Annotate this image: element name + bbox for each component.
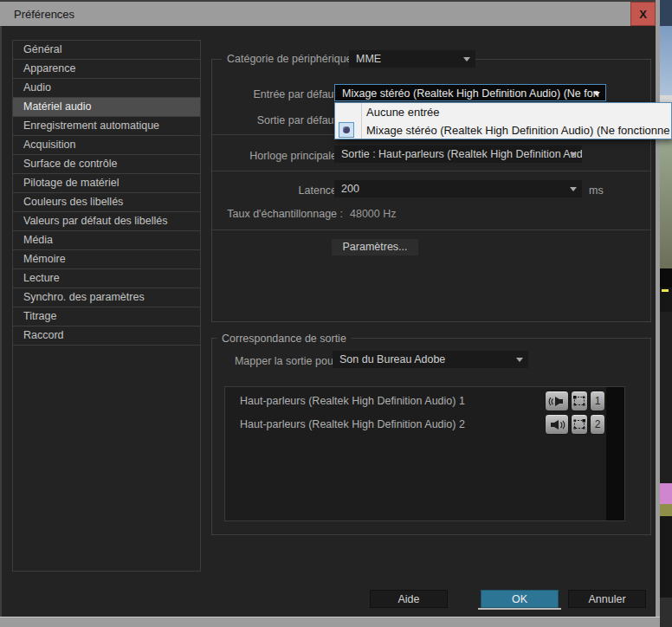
default-input-dropdown-popup: Aucune entrée Mixage stéréo (Realtek Hig… bbox=[334, 102, 672, 139]
sidebar-item-materiel-audio[interactable]: Matériel audio bbox=[13, 98, 200, 117]
close-icon: X bbox=[639, 8, 647, 21]
selected-option-indicator bbox=[339, 122, 354, 138]
chevron-down-icon bbox=[570, 152, 577, 157]
background-dark bbox=[660, 516, 672, 598]
chevron-down-icon bbox=[463, 57, 470, 61]
device-class-label: Catégorie de périphérique : bbox=[222, 52, 364, 66]
device-name: Haut-parleurs (Realtek High Definition A… bbox=[240, 394, 465, 408]
help-button[interactable]: Aide bbox=[370, 590, 448, 608]
app-background-strip bbox=[660, 0, 672, 627]
sidebar-item-synchro-parametres[interactable]: Synchro. des paramètres bbox=[13, 288, 200, 307]
map-output-label: Mapper la sortie pour : bbox=[211, 354, 343, 368]
channel-number: 1 bbox=[595, 395, 601, 407]
default-output-label: Sortie par défaut : bbox=[211, 113, 343, 127]
background-photo-top bbox=[660, 0, 672, 26]
background-photo-sky bbox=[660, 26, 672, 95]
separator bbox=[212, 171, 650, 171]
device-class-value: MME bbox=[356, 53, 381, 65]
settings-button[interactable]: Paramètres... bbox=[332, 239, 418, 255]
list-scrollbar[interactable] bbox=[606, 387, 624, 520]
sidebar-item-titrage[interactable]: Titrage bbox=[13, 307, 200, 326]
channel-map-button[interactable] bbox=[571, 391, 588, 411]
preferences-dialog-screen: Préférences X Général Apparence Audio Ma… bbox=[0, 0, 672, 627]
master-clock-value: Sortie : Haut-parleurs (Realtek High Def… bbox=[341, 148, 582, 160]
sidebar-item-apparence[interactable]: Apparence bbox=[13, 60, 200, 79]
chevron-down-icon bbox=[593, 92, 600, 96]
sidebar-item-raccord[interactable]: Raccord bbox=[13, 326, 200, 346]
sample-rate-label: Taux d'échantillonnage : bbox=[211, 207, 343, 221]
default-input-select[interactable]: Mixage stéréo (Realtek High Definition A… bbox=[334, 84, 606, 101]
close-button[interactable]: X bbox=[630, 2, 656, 26]
sidebar-item-enregistrement-automatique[interactable]: Enregistrement automatique bbox=[13, 117, 200, 136]
title-bar[interactable]: Préférences bbox=[0, 0, 660, 26]
background-bottom bbox=[660, 598, 672, 627]
chevron-down-icon bbox=[570, 187, 577, 191]
latency-value: 200 bbox=[341, 183, 359, 195]
channel-number-button[interactable]: 1 bbox=[590, 391, 605, 411]
latency-label: Latence : bbox=[211, 184, 343, 197]
sidebar-item-audio[interactable]: Audio bbox=[13, 79, 200, 98]
preferences-category-list: Général Apparence Audio Matériel audio E… bbox=[12, 40, 201, 572]
master-clock-label: Horloge principale : bbox=[211, 149, 343, 163]
sidebar-item-lecture[interactable]: Lecture bbox=[13, 269, 200, 288]
sidebar-item-surface-de-controle[interactable]: Surface de contrôle bbox=[13, 155, 200, 174]
default-input-label: Entrée par défaut : bbox=[211, 87, 343, 101]
speaker-left-button[interactable] bbox=[545, 391, 569, 411]
ok-button[interactable]: OK bbox=[481, 590, 559, 608]
background-clip-olive bbox=[660, 504, 672, 516]
sidebar-item-general[interactable]: Général bbox=[13, 41, 200, 60]
speaker-left-icon bbox=[548, 396, 565, 407]
window-title: Préférences bbox=[14, 2, 74, 28]
latency-unit: ms bbox=[589, 184, 604, 197]
sidebar-item-media[interactable]: Média bbox=[13, 231, 200, 250]
sidebar-item-couleurs-des-libelles[interactable]: Couleurs des libellés bbox=[13, 193, 200, 212]
background-yellow-marker bbox=[662, 289, 669, 292]
channel-number: 2 bbox=[595, 418, 601, 430]
master-clock-select[interactable]: Sortie : Haut-parleurs (Realtek High Def… bbox=[334, 145, 582, 163]
sample-rate-value: 48000 Hz bbox=[350, 207, 397, 221]
background-panel bbox=[660, 312, 672, 483]
output-device-list[interactable]: Haut-parleurs (Realtek High Definition A… bbox=[224, 386, 625, 521]
speaker-right-button[interactable] bbox=[545, 414, 569, 435]
window-frame-right bbox=[656, 0, 660, 627]
background-panel-dark bbox=[660, 268, 672, 288]
latency-select[interactable]: 200 bbox=[334, 180, 582, 197]
cancel-button[interactable]: Annuler bbox=[568, 590, 646, 608]
sidebar-item-valeurs-par-defaut[interactable]: Valeurs par défaut des libellés bbox=[13, 212, 200, 231]
output-mapping-legend: Correspondance de sortie bbox=[216, 332, 352, 346]
sidebar-item-memoire[interactable]: Mémoire bbox=[13, 250, 200, 269]
device-name: Haut-parleurs (Realtek High Definition A… bbox=[240, 417, 465, 431]
map-output-value: Son du Bureau Adobe bbox=[339, 353, 445, 365]
radio-dot-icon bbox=[343, 126, 350, 133]
map-output-select[interactable]: Son du Bureau Adobe bbox=[333, 351, 528, 368]
background-photo-cliffs bbox=[660, 139, 672, 268]
separator bbox=[212, 229, 650, 230]
popup-option-aucune-entree[interactable]: Aucune entrée bbox=[335, 103, 671, 121]
channel-number-button[interactable]: 2 bbox=[590, 414, 605, 435]
chevron-down-icon bbox=[516, 358, 523, 362]
popup-option-mixage-stereo[interactable]: Mixage stéréo (Realtek High Definition A… bbox=[335, 121, 671, 139]
sidebar-item-acquisition[interactable]: Acquisition bbox=[13, 136, 200, 155]
device-class-select[interactable]: MME bbox=[349, 50, 475, 68]
ok-focus-underline bbox=[478, 608, 561, 610]
background-clip-pink bbox=[660, 483, 672, 504]
window-frame-bottom bbox=[0, 617, 660, 627]
channel-map-button[interactable] bbox=[571, 414, 588, 435]
sidebar-item-pilotage-de-materiel[interactable]: Pilotage de matériel bbox=[13, 174, 200, 193]
default-input-value: Mixage stéréo (Realtek High Definition A… bbox=[342, 87, 599, 100]
speaker-right-icon bbox=[548, 419, 565, 430]
stereo-placement-icon bbox=[572, 394, 587, 408]
stereo-placement-icon bbox=[572, 417, 587, 431]
